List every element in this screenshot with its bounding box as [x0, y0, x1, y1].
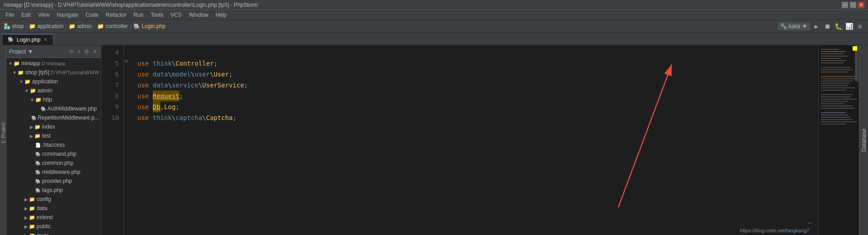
folder-icon: 📁: [29, 215, 35, 221]
tree-item-htaccess[interactable]: 📄 .htaccess: [6, 140, 101, 149]
menu-vcs[interactable]: VCS: [167, 11, 185, 19]
dash-separator: —: [808, 219, 811, 226]
class-userservice: UserService: [202, 80, 244, 91]
run-config-icon: 🔧: [780, 23, 787, 29]
title-bar: miniapp [D:\miniapp] - D:\PHPTutorial\WW…: [0, 0, 868, 10]
panel-collapse-icon[interactable]: ≡: [76, 48, 81, 56]
title-bar-controls: — □ ✕: [842, 2, 864, 8]
svg-rect-2: [819, 45, 859, 235]
panel-close-icon[interactable]: ✕: [92, 48, 98, 56]
menu-tools[interactable]: Tools: [147, 11, 167, 19]
panel-settings-icon[interactable]: ⚙: [83, 48, 90, 56]
keyword-use: use: [137, 91, 149, 101]
tree-item-authmiddleware[interactable]: 🐘 AuthMiddleware.php: [6, 104, 101, 113]
debug-button[interactable]: 🐛: [834, 22, 843, 31]
class-log: Log: [164, 101, 175, 112]
svg-rect-12: [821, 72, 848, 72]
arrow-icon: ▶: [30, 134, 33, 139]
code-content[interactable]: use think\Controller; use data\model\use…: [130, 45, 818, 235]
panel-dropdown-icon[interactable]: ▼: [28, 48, 33, 55]
fold-indicator[interactable]: ⊟: [125, 58, 128, 64]
svg-rect-27: [821, 112, 846, 113]
run-config[interactable]: 🔧 kaka ▼: [778, 22, 810, 30]
tree-label: http: [43, 96, 52, 103]
tree-item-application[interactable]: ▼ 📁 application: [6, 77, 101, 86]
menu-edit[interactable]: Edit: [18, 11, 34, 19]
php-file-icon: 🐘: [31, 115, 37, 120]
arrow-icon: ▶: [24, 206, 28, 211]
arrow-icon: ▶: [24, 197, 28, 202]
tree-item-http[interactable]: ▼ 📁 http: [6, 95, 101, 104]
minimize-button[interactable]: —: [842, 2, 848, 8]
tree-item-common[interactable]: 🐘 common.php: [6, 158, 101, 168]
svg-rect-7: [821, 58, 841, 59]
minimap: [818, 45, 859, 235]
tab-bar: 🐘 Login.php ✕: [0, 33, 868, 45]
breadcrumb-controller[interactable]: 📁 controller: [97, 23, 128, 29]
arrow-icon: ▼: [24, 88, 29, 93]
panel-sync-icon[interactable]: ⟳: [68, 48, 75, 56]
svg-rect-32: [821, 124, 846, 125]
svg-rect-3: [821, 49, 839, 50]
namespace-data: data: [153, 69, 168, 80]
tree-item-middleware[interactable]: 🐘 middleware.php: [6, 168, 101, 177]
namespace-think: think: [153, 58, 172, 69]
namespace-think2: think: [153, 112, 172, 123]
maximize-button[interactable]: □: [850, 2, 856, 8]
folder-icon: 📁: [24, 79, 31, 85]
menu-refactor[interactable]: Refactor: [102, 11, 130, 19]
breadcrumb-application[interactable]: 📁 application: [29, 23, 63, 29]
code-line-6: use data\model\user\User;: [137, 69, 818, 80]
tree-item-provider[interactable]: 🐘 provider.php: [6, 177, 101, 186]
menu-help[interactable]: Help: [212, 11, 231, 19]
tree-item-miniapp[interactable]: ▼ 📁 miniapp D:\miniapp: [6, 59, 101, 68]
breadcrumb-loginphp[interactable]: 🐘 Login.php: [133, 23, 165, 29]
keyword-use: use: [137, 101, 149, 112]
tree-item-command[interactable]: 🐘 command.php: [6, 149, 101, 158]
run-config-arrow: ▼: [802, 23, 807, 29]
tree-label: route: [37, 232, 49, 235]
close-button[interactable]: ✕: [858, 2, 864, 8]
menu-window[interactable]: Window: [185, 11, 212, 19]
tab-close-icon[interactable]: ✕: [43, 37, 47, 43]
arrow-icon: ▼: [30, 97, 34, 102]
settings-icon[interactable]: ⚙: [855, 22, 864, 31]
svg-rect-33: [855, 45, 859, 82]
namespace-model: model: [172, 69, 191, 80]
tree-item-config[interactable]: ▶ 📁 config: [6, 195, 101, 204]
main-area: 1: Project Project ▼ ⟳ ≡ ⚙ ✕ ▼ 📁 miniapp…: [0, 45, 868, 235]
folder-icon: 📁: [29, 206, 35, 211]
tree-item-route[interactable]: ▶ 📁 route: [6, 231, 101, 235]
tree-item-extend[interactable]: ▶ 📁 extend: [6, 213, 101, 222]
tree-item-shop[interactable]: ▼ 📁 shop [tp5] D:\PHPTutorial\WWW: [6, 68, 101, 77]
coverage-button[interactable]: 📊: [844, 22, 854, 31]
tab-login-php[interactable]: 🐘 Login.php ✕: [2, 34, 53, 45]
tree-item-index[interactable]: ▶ 📁 index: [6, 122, 101, 131]
php-file-icon: 🐘: [35, 152, 41, 157]
breadcrumb-admin[interactable]: 📁 admin: [69, 23, 92, 29]
stop-button[interactable]: ⏹: [823, 22, 832, 31]
svg-rect-20: [821, 94, 853, 95]
menu-file[interactable]: File: [2, 11, 18, 19]
arrow-icon: ▶: [24, 224, 28, 229]
database-panel-tab[interactable]: Database: [859, 45, 868, 235]
svg-rect-10: [821, 67, 850, 68]
tree-item-admin[interactable]: ▼ 📁 admin: [6, 86, 101, 95]
class-controller: Controller: [175, 58, 213, 69]
folder-icon: 📁: [30, 88, 36, 94]
tree-item-tags[interactable]: 🐘 tags.php: [6, 186, 101, 195]
code-line-5: use think\Controller;: [137, 58, 818, 69]
tree-item-data[interactable]: ▶ 📁 data: [6, 204, 101, 213]
menu-view[interactable]: View: [34, 11, 53, 19]
menu-run[interactable]: Run: [130, 11, 147, 19]
run-button[interactable]: ▶: [812, 22, 821, 31]
tab-label: Login.php: [17, 37, 41, 43]
svg-rect-26: [821, 108, 855, 109]
tree-item-public[interactable]: ▶ 📁 public: [6, 222, 101, 231]
run-config-label: kaka: [789, 23, 800, 29]
tree-item-repetitionmiddleware[interactable]: 🐘 RepetitionMiddleware.p...: [6, 113, 101, 122]
menu-code[interactable]: Code: [82, 11, 102, 19]
tree-item-test[interactable]: ▶ 📁 test: [6, 131, 101, 140]
menu-navigate[interactable]: Navigate: [53, 11, 82, 19]
breadcrumb-shop[interactable]: 🏪 shop: [4, 23, 24, 29]
